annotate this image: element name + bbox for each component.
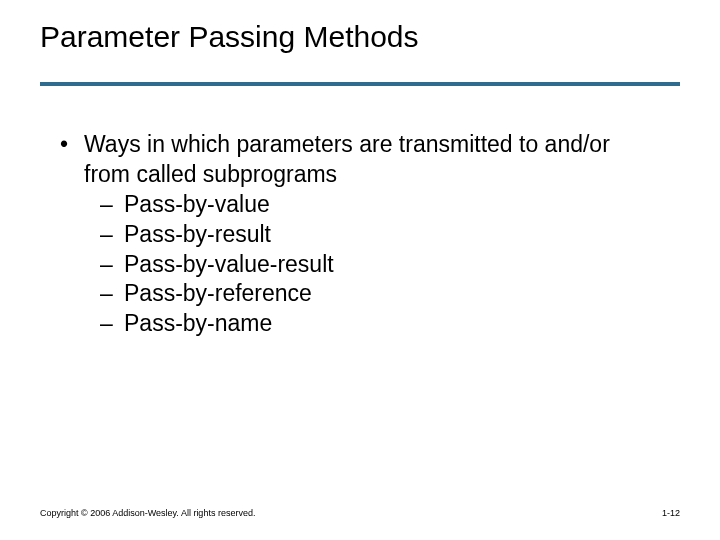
sub-bullet-text: Pass-by-value-result bbox=[124, 250, 334, 280]
bullet-dash-icon: – bbox=[100, 220, 124, 250]
footer-copyright: Copyright © 2006 Addison-Wesley. All rig… bbox=[40, 508, 255, 518]
footer-page-number: 1-12 bbox=[662, 508, 680, 518]
bullet-text: Ways in which parameters are transmitted… bbox=[84, 130, 660, 190]
bullet-dot-icon: • bbox=[60, 130, 84, 190]
bullet-dash-icon: – bbox=[100, 190, 124, 220]
bullet-level-2: – Pass-by-reference bbox=[100, 279, 660, 309]
title-underline bbox=[40, 82, 680, 86]
bullet-level-2: – Pass-by-result bbox=[100, 220, 660, 250]
bullet-level-2: – Pass-by-name bbox=[100, 309, 660, 339]
bullet-level-2: – Pass-by-value bbox=[100, 190, 660, 220]
slide-title: Parameter Passing Methods bbox=[40, 20, 419, 54]
bullet-dash-icon: – bbox=[100, 250, 124, 280]
bullet-level-1: • Ways in which parameters are transmitt… bbox=[60, 130, 660, 190]
sub-bullet-text: Pass-by-result bbox=[124, 220, 271, 250]
sub-bullet-text: Pass-by-value bbox=[124, 190, 270, 220]
sub-bullet-text: Pass-by-name bbox=[124, 309, 272, 339]
bullet-level-2: – Pass-by-value-result bbox=[100, 250, 660, 280]
bullet-dash-icon: – bbox=[100, 279, 124, 309]
slide-body: • Ways in which parameters are transmitt… bbox=[60, 130, 660, 339]
slide: Parameter Passing Methods • Ways in whic… bbox=[0, 0, 720, 540]
bullet-dash-icon: – bbox=[100, 309, 124, 339]
sub-bullet-text: Pass-by-reference bbox=[124, 279, 312, 309]
